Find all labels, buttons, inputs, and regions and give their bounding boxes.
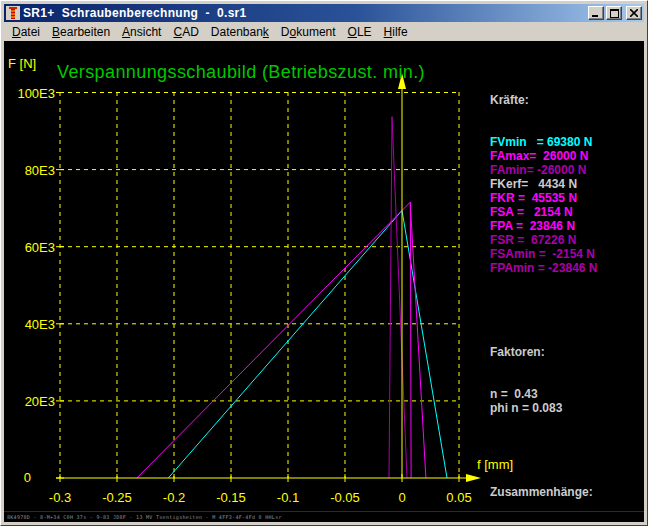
menu-item-dokument[interactable]: Dokument (275, 24, 342, 40)
x-tick-label: 0.05 (446, 490, 471, 505)
menu-bar: DateiBearbeitenAnsichtCADDatenbankDokume… (4, 22, 644, 41)
y-axis-label: F [N] (8, 56, 36, 71)
kraefte-line: FPA = 23846 N (490, 219, 642, 233)
app-icon[interactable] (6, 6, 20, 20)
kraefte-line: FKerf= 4434 N (490, 177, 642, 191)
menu-item-ole[interactable]: OLE (342, 24, 378, 40)
x-tick-label: -0.3 (49, 490, 71, 505)
menu-item-hilfe[interactable]: Hilfe (378, 24, 414, 40)
working-point-vertical (410, 202, 411, 478)
kraefte-header: Kräfte: (490, 93, 642, 107)
y-tick-label: 100E3 (17, 86, 55, 101)
screw-head (9, 7, 17, 9)
kraefte-line: FVmin = 69380 N (490, 135, 642, 149)
x-tick-label: -0.15 (216, 490, 246, 505)
y-tick-label: 80E3 (25, 163, 55, 178)
bolt-load-line-max (137, 202, 410, 478)
faktoren-line: phi n = 0.083 (490, 401, 642, 415)
x-tick-label: -0.05 (330, 490, 360, 505)
maximize-button[interactable] (606, 6, 622, 20)
close-button[interactable] (626, 6, 642, 20)
title-bar[interactable]: SR1+ Schraubenberechnung - 0.sr1 (4, 4, 644, 22)
menu-item-bearbeiten[interactable]: Bearbeiten (46, 24, 116, 40)
status-bar-text: 8K4978D - 8-M+34 C0H 37s - 9-83 JD8F - 1… (7, 514, 282, 520)
zusammenhaenge-header: Zusammenhänge: (490, 485, 642, 499)
kraefte-line: FAmax= 26000 N (490, 149, 642, 163)
faktoren-list: n = 0.43phi n = 0.083 (490, 387, 642, 415)
kraefte-line: FSA = 2154 N (490, 205, 642, 219)
faktoren-header: Faktoren: (490, 345, 642, 359)
kraefte-line: FSAmin = -2154 N (490, 247, 642, 261)
series-lines (137, 117, 447, 478)
kraefte-line: FKR = 45535 N (490, 191, 642, 205)
faktoren-line: n = 0.43 (490, 387, 642, 401)
y-tick-label: 60E3 (25, 240, 55, 255)
menu-item-cad[interactable]: CAD (167, 24, 204, 40)
x-tick-label: 0 (398, 490, 405, 505)
x-tick-label: -0.2 (163, 490, 185, 505)
window-title: SR1+ Schraubenberechnung - 0.sr1 (23, 6, 585, 20)
minimize-icon (592, 9, 600, 17)
kraefte-line: FPAmin = -23846 N (490, 261, 642, 275)
y-tick-label: 20E3 (25, 394, 55, 409)
y-zero-label: 0 (24, 470, 31, 485)
kraefte-line: FSR = 67226 N (490, 233, 642, 247)
minimize-button[interactable] (588, 6, 604, 20)
assembly-preload-spike (389, 117, 407, 478)
menu-item-ansicht[interactable]: Ansicht (116, 24, 167, 40)
kraefte-line: FAmin= -26000 N (490, 163, 642, 177)
x-tick-label: -0.1 (277, 490, 299, 505)
menu-item-datei[interactable]: Datei (6, 24, 46, 40)
close-icon (630, 9, 638, 17)
x-axis-arrow-icon (466, 474, 481, 482)
x-tick-label: -0.25 (102, 490, 132, 505)
app-window: SR1+ Schraubenberechnung - 0.sr1 DateiBe… (0, 0, 648, 526)
status-bar: 8K4978D - 8-M+34 C0H 37s - 9-83 JD8F - 1… (4, 511, 644, 522)
chart-title: Verspannungsschaubild (Betriebszust. min… (57, 62, 425, 82)
kraefte-list: FVmin = 69380 NFAmax= 26000 NFAmin= -260… (490, 135, 642, 275)
maximize-icon (610, 9, 619, 18)
window-controls (588, 6, 642, 20)
menu-item-datenbank[interactable]: Datenbank (205, 24, 275, 40)
results-panel: Kräfte: FVmin = 69380 NFAmax= 26000 NFAm… (490, 65, 642, 511)
y-tick-label: 40E3 (25, 317, 55, 332)
client-area: -0.3-0.25-0.2-0.15-0.1-0.0500.0520E340E3… (4, 41, 644, 511)
